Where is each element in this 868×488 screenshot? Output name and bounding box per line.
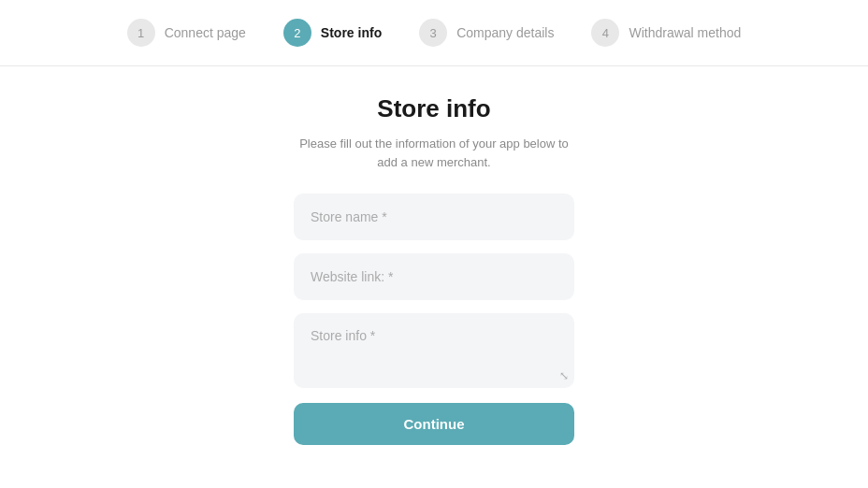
website-link-input[interactable] <box>311 269 557 284</box>
step-1-label: Connect page <box>165 25 246 40</box>
step-3-label: Company details <box>456 25 554 40</box>
main-content: Store info Please fill out the informati… <box>0 66 868 473</box>
step-4-circle: 4 <box>591 19 619 47</box>
store-info-textarea[interactable] <box>311 328 557 373</box>
store-name-field[interactable] <box>294 194 574 240</box>
step-4-label: Withdrawal method <box>629 25 741 40</box>
store-name-input[interactable] <box>311 209 557 224</box>
continue-button[interactable]: Continue <box>294 403 574 445</box>
step-2[interactable]: 2 Store info <box>283 19 382 47</box>
stepper: 1 Connect page 2 Store info 3 Company de… <box>0 0 868 66</box>
step-2-circle: 2 <box>283 19 311 47</box>
step-2-label: Store info <box>321 25 382 40</box>
page-description: Please fill out the information of your … <box>294 135 574 171</box>
step-4[interactable]: 4 Withdrawal method <box>591 19 741 47</box>
store-info-field[interactable]: ⤡ <box>294 313 574 388</box>
step-1-circle: 1 <box>127 19 155 47</box>
website-link-field[interactable] <box>294 253 574 300</box>
page-title: Store info <box>377 94 490 123</box>
step-3-circle: 3 <box>419 19 447 47</box>
resize-handle-icon: ⤡ <box>559 369 569 382</box>
step-1[interactable]: 1 Connect page <box>127 19 246 47</box>
form-container: ⤡ Continue <box>294 194 574 445</box>
step-3[interactable]: 3 Company details <box>419 19 554 47</box>
